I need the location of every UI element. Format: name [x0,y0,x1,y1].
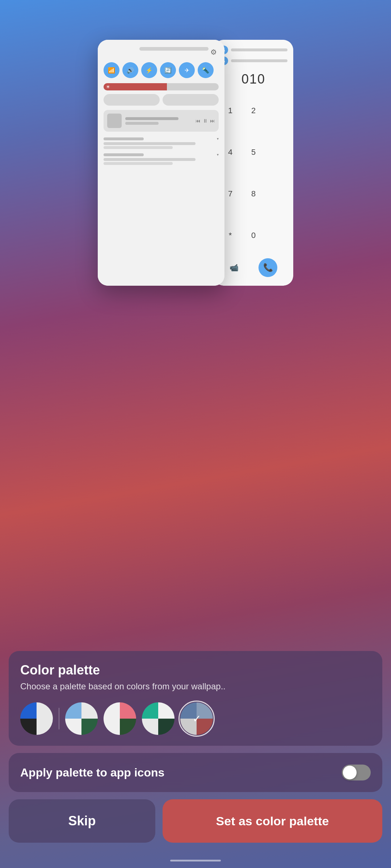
dialer-actions: 📹 📞 [219,255,287,280]
chevron-down-icon-1: ▾ [217,137,219,141]
media-player: ⏮ ⏸ ⏭ [104,110,219,132]
skip-label: Skip [68,813,96,829]
notif-title-2 [104,153,144,156]
palette-panel-title: Color palette [20,663,371,678]
brightness-slider [104,83,219,90]
sync-toggle: 🔄 [160,62,176,78]
settings-icon: ⚙ [209,47,219,57]
pill-btn-1 [104,94,160,106]
dial-key-8: 8 [243,174,264,214]
airplane-toggle: ✈ [179,62,195,78]
set-palette-label: Set as color palette [216,814,329,829]
notif-line-2a [104,158,196,161]
dial-key-5: 5 [243,132,264,172]
media-subtitle-line [125,122,159,125]
contact-row-2: A [219,56,287,65]
dial-key-9 [266,174,287,214]
dial-key-hash [266,215,287,255]
dialer-display: 010 [219,72,287,87]
video-call-icon: 📹 [230,263,239,272]
palette-option-2[interactable] [65,702,98,735]
quick-toggles: 📶 🔊 ⚡ 🔄 ✈ 🔦 [104,62,219,78]
notif-line-2b [104,162,173,165]
airplane-icon: ✈ [185,67,189,74]
skip-button[interactable]: Skip [9,799,155,843]
quick-button-row [104,94,219,106]
wifi-icon: 📶 [108,67,115,74]
media-title-line [125,117,178,120]
notif-title-1 [104,137,144,140]
apply-palette-toggle[interactable] [342,765,371,780]
media-info [125,117,192,125]
action-buttons-row: Skip Set as color palette [9,799,382,843]
call-button: 📞 [258,258,277,277]
notification-shade-preview: ⚙ 📶 🔊 ⚡ 🔄 ✈ 🔦 [98,40,224,286]
phone-icon: 📞 [263,263,273,272]
dialer-contacts: A A [219,46,287,67]
bottom-section: Color palette Choose a palette based on … [0,651,391,868]
preview-area: ⚙ 📶 🔊 ⚡ 🔄 ✈ 🔦 [0,29,391,311]
contact-row-1: A [219,46,287,54]
apply-palette-toggle-panel: Apply palette to app icons [9,753,382,792]
bluetooth-icon: ⚡ [146,67,153,74]
apply-palette-label: Apply palette to app icons [20,766,164,779]
chevron-down-icon-2: ▾ [217,153,219,157]
wifi-toggle: 📶 [104,62,119,78]
notification-item-2: ▾ [104,153,219,165]
sound-toggle: 🔊 [122,62,138,78]
notification-item-1: ▾ [104,137,219,149]
set-as-color-palette-button[interactable]: Set as color palette [163,799,382,843]
pause-icon: ⏸ [203,118,208,124]
flashlight-toggle: 🔦 [198,62,214,78]
search-bar-placeholder [139,47,209,51]
palette-option-4[interactable] [142,702,175,735]
prev-icon: ⏮ [196,118,201,124]
toggle-knob [343,766,357,779]
palette-option-1[interactable] [20,702,53,735]
dial-key-3 [266,90,287,131]
shade-header: ⚙ [104,47,219,57]
dialer-keypad: 1 2 4 5 7 8 * 0 [219,90,287,255]
palette-option-3[interactable] [104,702,136,735]
media-thumbnail [107,114,122,128]
palette-selected-check: ✓ [180,702,213,735]
dial-key-6 [266,132,287,172]
color-palette-panel: Color palette Choose a palette based on … [9,651,382,746]
notif-line-1b [104,146,173,149]
dialer-preview: A A 010 1 2 4 5 7 8 * [214,40,293,286]
contact-line-2 [231,59,287,62]
dial-key-0: 0 [243,215,264,255]
palette-option-5[interactable]: ✓ [180,702,213,735]
pill-btn-2 [163,94,219,106]
palette-options: ✓ [20,702,371,735]
dial-key-2: 2 [243,90,264,131]
contact-line-1 [231,48,287,51]
palette-divider [59,708,59,729]
media-controls: ⏮ ⏸ ⏭ [196,118,215,124]
sound-icon: 🔊 [127,67,134,74]
flashlight-icon: 🔦 [202,67,209,74]
next-icon: ⏭ [210,118,215,124]
bluetooth-toggle: ⚡ [141,62,157,78]
sync-icon: 🔄 [164,67,172,74]
palette-panel-subtitle: Choose a palette based on colors from yo… [20,681,371,692]
notif-line-1a [104,142,196,145]
